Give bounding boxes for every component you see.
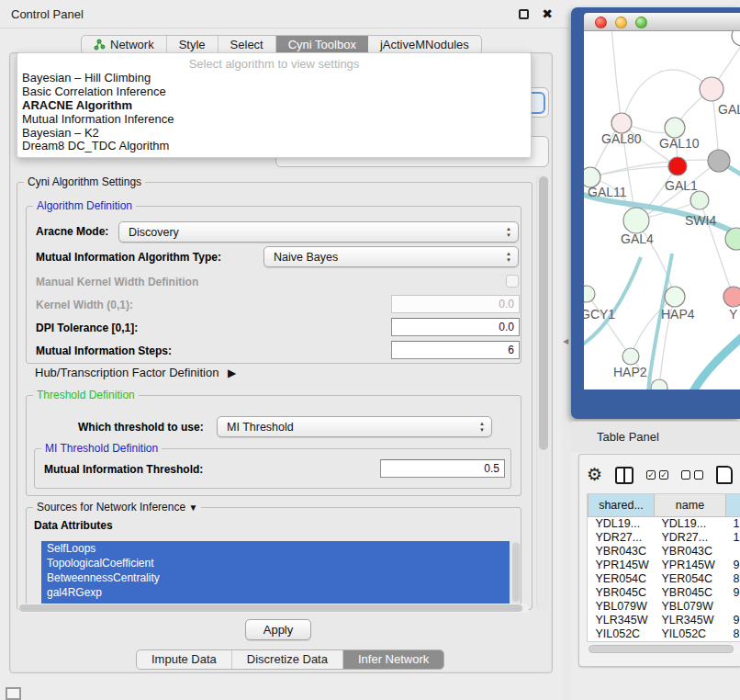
node-label: GAL1	[665, 178, 698, 193]
manual-kernel-width-checkbox[interactable]	[506, 275, 519, 288]
node-table: shared... name A YDL19...YDL19...13 YDR2…	[587, 493, 740, 642]
node-label: GAL10	[659, 136, 700, 151]
sources-group-title[interactable]: Sources for Network Inference ▼	[33, 501, 201, 514]
dpi-tolerance-label: DPI Tolerance [0,1]:	[36, 322, 138, 334]
table-row[interactable]: YDR27...YDR27...12	[589, 530, 740, 544]
network-window-titlebar[interactable]	[584, 13, 740, 31]
table-row[interactable]: YIL052CYIL052C8	[589, 627, 740, 640]
mi-steps-field[interactable]: 6	[391, 341, 520, 359]
column-layout-icon[interactable]	[615, 467, 633, 484]
attributes-scrollbar[interactable]	[511, 541, 521, 605]
export-table-icon[interactable]	[716, 466, 733, 484]
network-node-labels: GAL GAL80 GAL10 GAL1 GAL11 SWI4 GAL4 GCY…	[584, 102, 740, 379]
aracne-mode-combobox[interactable]: Discovery ▲▼	[118, 221, 519, 243]
algorithm-option[interactable]: Basic Correlation Inference	[17, 85, 531, 99]
node-label: GAL80	[601, 131, 642, 146]
zoom-traffic-light-icon[interactable]	[635, 17, 647, 28]
cyni-bottom-tabs: Impute Data Discretize Data Infer Networ…	[136, 649, 444, 670]
spinner-arrows-icon: ▲▼	[506, 251, 511, 264]
attribute-item[interactable]: SelfLoops	[41, 541, 510, 556]
minimize-traffic-light-icon[interactable]	[615, 17, 627, 28]
node-label: HAP4	[661, 307, 695, 322]
table-row[interactable]: YBL079WYBL079W	[589, 599, 740, 613]
algorithm-option[interactable]: Dream8 DC_TDC Algorithm	[17, 140, 531, 153]
tab-network-label: Network	[110, 38, 154, 51]
mi-algorithm-type-combobox[interactable]: Naive Bayes ▲▼	[263, 246, 519, 267]
float-window-icon[interactable]	[519, 9, 529, 19]
node-salmon[interactable]	[723, 287, 740, 307]
deselect-all-checkboxes-icon[interactable]	[681, 470, 703, 480]
algorithm-option[interactable]: Mutual Information Inference	[17, 113, 531, 127]
node-gal4[interactable]	[623, 208, 649, 233]
settings-vertical-scrollbar[interactable]	[536, 175, 549, 610]
docked-panel-icon[interactable]	[6, 687, 21, 700]
column-header-partial[interactable]: A	[726, 494, 740, 516]
select-all-checkboxes-icon[interactable]: ✓ ✓	[646, 470, 668, 480]
node-hap4[interactable]	[665, 287, 685, 307]
close-icon[interactable]: ✖	[542, 6, 553, 21]
hub-definition-expander[interactable]: Hub/Transcription Factor Definition ▶	[35, 366, 236, 379]
kernel-width-field[interactable]: 0.0	[391, 295, 520, 313]
node-gal-partial[interactable]	[700, 77, 723, 101]
column-header-name[interactable]: name	[655, 494, 726, 516]
algorithm-dropdown: Select algorithm to view settings Bayesi…	[17, 52, 532, 158]
table-horizontal-scrollbar[interactable]	[587, 644, 740, 654]
mi-threshold-field[interactable]: 0.5	[380, 459, 505, 478]
node-gray[interactable]	[708, 150, 730, 172]
node-gal80[interactable]	[611, 113, 632, 133]
algorithm-option-selected[interactable]: ARACNE Algorithm	[17, 99, 531, 113]
network-view-window[interactable]: GAL GAL80 GAL10 GAL1 GAL11 SWI4 GAL4 GCY…	[571, 7, 740, 419]
table-panel-header: Table Panel	[571, 421, 740, 452]
node-gcy1[interactable]	[584, 286, 595, 302]
node-label: GAL11	[588, 185, 627, 199]
tab-select[interactable]: Select	[219, 36, 276, 53]
group-title: MI Threshold Definition	[41, 442, 162, 455]
table-header-row: shared... name A	[589, 494, 740, 516]
tab-impute-data[interactable]: Impute Data	[137, 650, 232, 669]
node-label: GCY1	[584, 307, 615, 322]
apply-button[interactable]: Apply	[245, 619, 311, 640]
tab-jactivemnodules[interactable]: jActiveMNodules	[368, 36, 481, 53]
close-traffic-light-icon[interactable]	[595, 17, 607, 28]
node-partial[interactable]	[732, 31, 740, 46]
column-header-shared-name[interactable]: shared...	[589, 494, 655, 516]
node-label: GAL4	[621, 231, 654, 246]
table-row[interactable]: YPR145WYPR145W9.	[589, 558, 740, 571]
control-panel-tabs: Network Style Select Cyni Toolbox jActiv…	[81, 35, 482, 54]
algorithm-option[interactable]: Bayesian – K2	[17, 127, 531, 141]
node-swi4[interactable]	[690, 191, 709, 209]
mi-steps-label: Mutual Information Steps:	[36, 344, 172, 357]
panel-splitter[interactable]: ◀	[562, 28, 571, 700]
attribute-item[interactable]: gal4RGexp	[41, 585, 510, 600]
node-gal1-red[interactable]	[668, 157, 687, 175]
mi-threshold-label: Mutual Information Threshold:	[44, 463, 203, 476]
table-row[interactable]: YLR345WYLR345W9.	[589, 613, 740, 627]
node-partial-bottom[interactable]	[651, 379, 667, 390]
node-hap2[interactable]	[622, 348, 639, 365]
attribute-item[interactable]: BetweennessCentrality	[41, 570, 510, 585]
table-row[interactable]: YER054CYER054C8.	[589, 571, 740, 585]
table-row[interactable]: YBR045CYBR045C9.	[589, 585, 740, 599]
group-title: Algorithm Definition	[33, 199, 136, 212]
which-threshold-combobox[interactable]: MI Threshold ▲▼	[217, 416, 492, 437]
dpi-tolerance-field[interactable]: 0.0	[391, 318, 520, 336]
algorithm-option[interactable]: Bayesian – Hill Climbing	[17, 72, 531, 85]
algorithm-dropdown-placeholder: Select algorithm to view settings	[17, 53, 531, 72]
spinner-arrows-icon: ▲▼	[479, 421, 485, 434]
node-gal10[interactable]	[665, 118, 685, 138]
tab-style[interactable]: Style	[167, 36, 219, 53]
table-row[interactable]: YDL19...YDL19...13	[589, 516, 740, 530]
tab-network[interactable]: Network	[82, 36, 167, 53]
settings-horizontal-scrollbar[interactable]	[18, 604, 529, 613]
table-row[interactable]: YBR043CYBR043C	[589, 544, 740, 558]
tab-discretize-data[interactable]: Discretize Data	[232, 650, 343, 669]
panel-title: Control Panel	[11, 7, 84, 21]
tab-cyni-toolbox[interactable]: Cyni Toolbox	[276, 36, 368, 53]
attribute-item[interactable]: TopologicalCoefficient	[41, 556, 510, 570]
node-label: Y	[729, 307, 738, 322]
network-canvas[interactable]: GAL GAL80 GAL10 GAL1 GAL11 SWI4 GAL4 GCY…	[584, 31, 740, 390]
mi-algorithm-type-label: Mutual Information Algorithm Type:	[36, 251, 221, 264]
gear-icon[interactable]: ⚙	[587, 466, 602, 484]
tab-infer-network[interactable]: Infer Network	[343, 650, 443, 669]
threshold-definition-group: Threshold Definition Which threshold to …	[26, 395, 521, 496]
